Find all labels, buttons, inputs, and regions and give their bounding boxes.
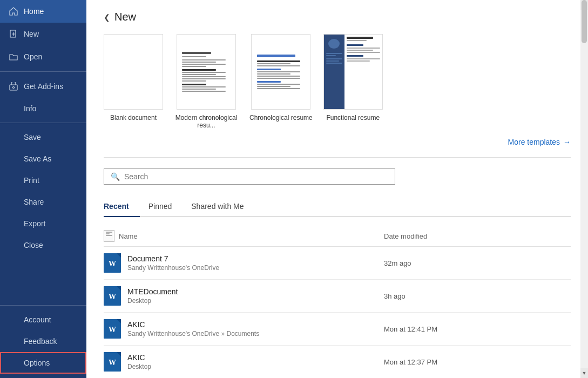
- table-row[interactable]: W AKIC Sandy Writtenhouse's OneDrive » D…: [104, 313, 571, 346]
- tab-shared[interactable]: Shared with Me: [191, 198, 254, 216]
- more-templates-link[interactable]: More templates →: [508, 138, 571, 146]
- file-date: 3h ago: [384, 292, 405, 300]
- table-row[interactable]: W Document 7 Sandy Writtenhouse's OneDri…: [104, 247, 571, 280]
- template-thumbnail-functional: [323, 34, 383, 110]
- templates-grid: Blank document: [104, 34, 571, 129]
- sidebar-divider-1: [0, 71, 86, 72]
- sidebar-item-new[interactable]: New: [0, 23, 86, 45]
- sidebar-item-options[interactable]: Options: [0, 352, 86, 374]
- file-name: AKIC: [127, 320, 259, 329]
- sidebar-label-account: Account: [24, 315, 51, 324]
- sidebar-label-new: New: [24, 30, 39, 38]
- sidebar-bottom: Account Feedback Options: [0, 302, 86, 378]
- template-functional[interactable]: Functional resume: [323, 34, 383, 129]
- files-table: Name Date modified W Document 7: [104, 226, 571, 378]
- main-area: ❮ New Blank document: [86, 0, 588, 378]
- tab-pinned[interactable]: Pinned: [148, 198, 183, 216]
- file-row-content: W AKIC Sandy Writtenhouse's OneDrive » D…: [104, 319, 384, 339]
- template-thumbnail-modern-chrono: [177, 34, 236, 110]
- svg-rect-1: [10, 85, 17, 90]
- new-doc-icon: [9, 29, 18, 39]
- sidebar-label-info: Info: [24, 104, 36, 113]
- template-label-modern-chrono: Modern chronological resu...: [174, 114, 239, 129]
- file-name: AKIC: [127, 353, 151, 362]
- template-label-functional: Functional resume: [326, 114, 380, 122]
- file-row-content: W Document 7 Sandy Writtenhouse's OneDri…: [104, 253, 384, 273]
- template-modern-chrono[interactable]: Modern chronological resu...: [174, 34, 239, 129]
- open-folder-icon: [9, 52, 18, 62]
- sidebar-label-share: Share: [24, 198, 44, 206]
- sidebar-item-close[interactable]: Close: [0, 234, 86, 256]
- template-label-blank: Blank document: [110, 114, 157, 122]
- template-thumbnail-blank: [104, 34, 163, 110]
- chevron-down-icon[interactable]: ❮: [104, 13, 110, 22]
- section-title: New: [114, 11, 136, 23]
- sidebar-item-export[interactable]: Export: [0, 213, 86, 234]
- more-templates-row: More templates →: [104, 138, 571, 146]
- word-icon: W: [104, 286, 121, 306]
- store-icon: [9, 82, 18, 91]
- main-content: ❮ New Blank document: [86, 0, 588, 378]
- sidebar-item-share[interactable]: Share: [0, 191, 86, 213]
- file-date: Mon at 12:41 PM: [384, 325, 437, 333]
- sidebar-item-save-as[interactable]: Save As: [0, 148, 86, 170]
- sidebar-item-feedback[interactable]: Feedback: [0, 330, 86, 352]
- template-label-chronological: Chronological resume: [249, 114, 313, 122]
- sidebar-label-get-add-ins: Get Add-ins: [24, 82, 63, 91]
- svg-point-2: [13, 87, 15, 89]
- template-thumbnail-chronological: [251, 34, 310, 110]
- word-icon: W: [104, 319, 121, 339]
- section-header: ❮ New: [104, 11, 571, 23]
- search-bar: 🔍: [104, 168, 395, 185]
- sidebar-item-get-add-ins[interactable]: Get Add-ins: [0, 75, 86, 98]
- file-name: MTEDocument: [127, 287, 178, 296]
- col-header-name: Name: [104, 226, 384, 247]
- sidebar-top: Home New Open: [0, 0, 86, 302]
- file-name-group: MTEDocument Desktop: [127, 287, 178, 305]
- tabs-row: Recent Pinned Shared with Me: [104, 198, 571, 217]
- sidebar-label-print: Print: [24, 176, 39, 185]
- search-icon: 🔍: [111, 172, 120, 181]
- section-divider: [104, 157, 571, 158]
- file-location: Sandy Writtenhouse's OneDrive: [127, 264, 219, 272]
- sidebar-label-save-as: Save As: [24, 154, 51, 163]
- tab-recent[interactable]: Recent: [104, 198, 140, 216]
- sidebar-item-info[interactable]: Info: [0, 98, 86, 119]
- file-name-group: AKIC Sandy Writtenhouse's OneDrive » Doc…: [127, 320, 259, 338]
- scrollbar-track: ▲ ▼: [580, 0, 588, 378]
- sidebar-item-account[interactable]: Account: [0, 309, 86, 330]
- search-input[interactable]: [124, 172, 388, 181]
- file-location: Desktop: [127, 297, 178, 305]
- sidebar-item-print[interactable]: Print: [0, 170, 86, 191]
- sidebar-item-open[interactable]: Open: [0, 45, 86, 68]
- file-location: Sandy Writtenhouse's OneDrive » Document…: [127, 330, 259, 338]
- file-name: Document 7: [127, 254, 219, 263]
- word-icon: W: [104, 253, 121, 273]
- doc-icon: [104, 230, 114, 242]
- table-row[interactable]: W AKIC Desktop Mon at 12:37 PM: [104, 346, 571, 379]
- file-date: Mon at 12:37 PM: [384, 358, 437, 366]
- sidebar-label-save: Save: [24, 133, 41, 141]
- file-name-group: Document 7 Sandy Writtenhouse's OneDrive: [127, 254, 219, 272]
- sidebar-label-close: Close: [24, 241, 43, 249]
- col-header-date: Date modified: [384, 226, 571, 247]
- table-row[interactable]: W MTEDocument Desktop 3h ago: [104, 280, 571, 313]
- arrow-right-icon: →: [563, 138, 571, 146]
- file-row-content: W MTEDocument Desktop: [104, 286, 384, 306]
- sidebar-item-home[interactable]: Home: [0, 0, 86, 23]
- home-icon: [9, 6, 18, 16]
- file-date: 32m ago: [384, 259, 411, 267]
- sidebar-divider-3: [0, 305, 86, 306]
- scrollbar-arrow-down[interactable]: ▼: [580, 368, 588, 378]
- sidebar-label-export: Export: [24, 219, 45, 228]
- sidebar-label-feedback: Feedback: [24, 337, 57, 346]
- word-icon: W: [104, 352, 121, 372]
- scrollbar-thumb[interactable]: [582, 0, 587, 43]
- sidebar-divider-2: [0, 123, 86, 123]
- file-row-content: W AKIC Desktop: [104, 352, 384, 372]
- sidebar-label-home: Home: [24, 7, 44, 16]
- template-chronological[interactable]: Chronological resume: [249, 34, 313, 129]
- sidebar-item-save[interactable]: Save: [0, 126, 86, 148]
- template-blank[interactable]: Blank document: [104, 34, 163, 129]
- sidebar-label-open: Open: [24, 52, 42, 61]
